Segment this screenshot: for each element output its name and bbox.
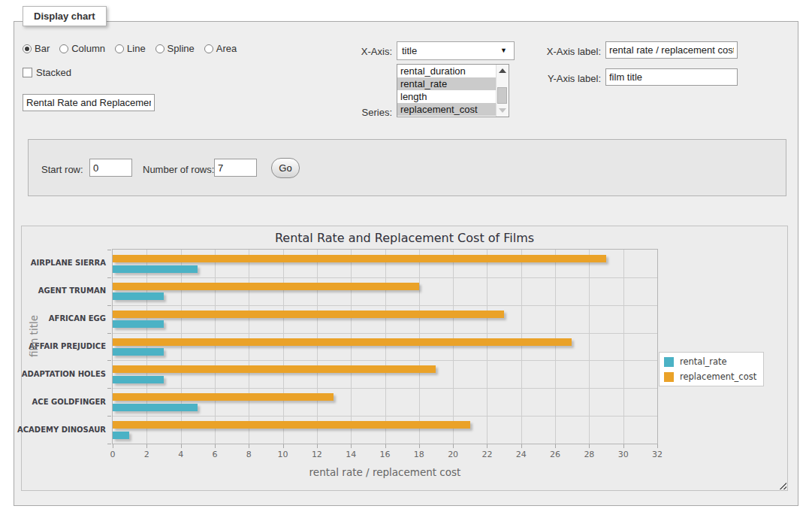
x-tick-label: 28 [575,450,602,459]
gridline-vertical [419,250,420,444]
chart-type-column[interactable]: Column [59,43,105,54]
bar-rental_rate [113,348,164,356]
gridline-vertical [249,250,249,444]
series-option-rental_rate[interactable]: rental_rate [397,77,497,90]
x-tick-label: 22 [473,450,500,459]
radio-button-icon[interactable] [204,44,213,53]
bar-replacement_cost [113,393,334,401]
legend-entry-rental_rate: rental_rate [664,356,756,367]
x-axis-title: rental rate / replacement cost [112,466,658,478]
start-row-label: Start row: [41,164,83,175]
x-tick-mark [283,444,284,448]
panel-legend-title: Display chart [34,11,95,22]
chart-type-spline[interactable]: Spline [155,43,195,54]
gridline-horizontal [113,277,657,278]
x-axis-select-label: X-Axis: [338,46,392,57]
bar-rental_rate [113,376,164,383]
scroll-thumb[interactable] [497,87,507,104]
radio-button-icon[interactable] [115,44,124,53]
series-multiselect[interactable]: rental_durationrental_ratelengthreplacem… [397,64,509,117]
category-label-text: AFRICAN EGG [49,314,106,323]
chart-type-bar[interactable]: Bar [23,43,50,54]
x-tick-mark [146,444,147,448]
y-axis-label-input[interactable] [605,68,738,86]
category-label-text: AFFAIR PREJUDICE [29,342,106,350]
x-tick-label: 4 [168,450,195,459]
x-tick-label: 12 [303,450,331,459]
stacked-option[interactable]: Stacked [23,67,71,78]
x-axis-label-label: X-Axis label: [526,46,601,57]
number-of-rows-input[interactable] [214,159,257,177]
category-label-text: ACADEMY DINOSAUR [17,426,106,434]
series-option-rental_duration[interactable]: rental_duration [397,65,497,77]
x-tick-mark [487,444,488,448]
y-tick-mark [107,305,111,306]
category-label: ACADEMY DINOSAUR [23,426,106,434]
scroll-up-icon[interactable] [499,68,506,73]
category-label: ACE GOLDFINGER [23,398,106,406]
gridline-vertical [283,250,284,444]
y-axis-title: film title [28,315,40,357]
chart-type-line[interactable]: Line [115,43,146,54]
series-scrollbar[interactable] [496,65,509,117]
gridline-vertical [521,250,522,444]
series-option-length[interactable]: length [397,90,497,103]
bar-replacement_cost [113,311,504,318]
x-axis-label-input[interactable] [605,41,738,59]
gridline-horizontal [113,388,657,389]
chart-type-label: Column [71,43,105,54]
gridline-vertical [385,250,386,444]
y-axis-label-label: Y-Axis label: [526,73,601,84]
category-label: AIRPLANE SIERRA [23,259,106,267]
x-tick-mark [623,444,624,448]
x-tick-label: 24 [508,450,535,459]
y-tick-mark [107,416,111,417]
x-tick-label: 20 [439,450,466,459]
legend-label: rental_rate [680,356,727,367]
panel-legend: Display chart [23,6,107,26]
gridline-vertical [351,250,352,444]
x-axis-select[interactable]: title ▼ [397,41,515,60]
bar-replacement_cost [113,365,436,373]
radio-button-icon[interactable] [59,44,68,53]
category-label: ADAPTATION HOLES [23,370,106,378]
series-option-replacement_cost[interactable]: replacement_cost [397,103,497,116]
chart-title-input[interactable] [23,94,155,111]
x-tick-mark [521,444,522,448]
gridline-vertical [181,250,182,444]
chart-title: Rental Rate and Replacement Cost of Film… [22,231,787,245]
gridline-vertical [623,250,624,444]
legend-swatch [664,357,674,367]
chart-container: Rental Rate and Replacement Cost of Film… [21,226,788,491]
x-tick-label: 32 [644,450,671,459]
bar-rental_rate [113,320,164,328]
gridline-vertical [317,250,318,444]
gridline-horizontal [113,416,657,417]
y-tick-mark [107,277,111,278]
x-tick-label: 14 [337,450,364,459]
scroll-down-icon[interactable] [499,108,506,113]
start-row-input[interactable] [89,159,132,177]
stacked-checkbox[interactable] [23,68,32,77]
chart-type-label: Line [127,43,146,54]
gridline-vertical [487,250,488,444]
x-tick-label: 10 [270,450,297,459]
y-tick-mark [107,250,111,250]
x-tick-mark [215,444,216,448]
x-tick-label: 2 [133,450,160,459]
stacked-label: Stacked [36,67,71,78]
category-label: AGENT TRUMAN [23,286,106,295]
x-axis-selected-value: title [402,45,417,56]
gridline-horizontal [113,333,657,334]
chart-type-area[interactable]: Area [204,43,237,54]
radio-button-icon[interactable] [23,44,32,53]
gridline-vertical [146,250,147,444]
x-tick-mark [181,444,182,448]
go-button[interactable]: Go [271,158,300,178]
category-label-text: AIRPLANE SIERRA [31,259,106,267]
chart-type-row: BarColumnLineSplineArea [23,43,237,54]
x-tick-label: 6 [201,450,228,459]
radio-button-icon[interactable] [155,44,165,53]
y-tick-mark [107,333,111,334]
resize-grip-icon[interactable] [777,480,786,489]
